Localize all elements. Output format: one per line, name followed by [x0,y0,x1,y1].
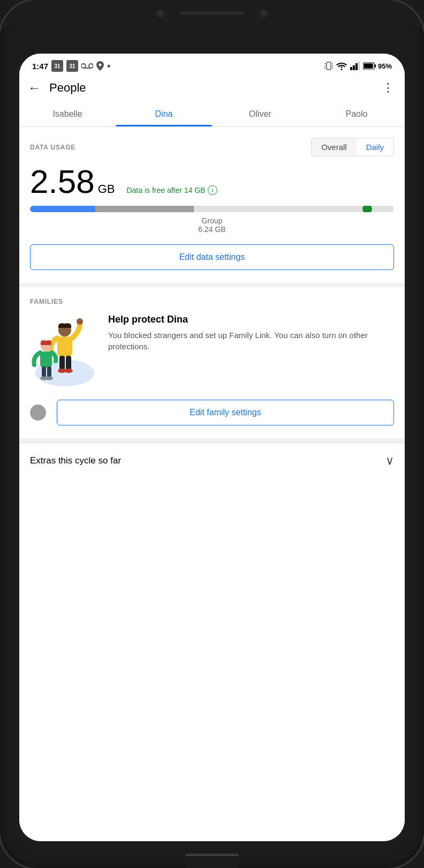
svg-rect-17 [364,64,373,69]
progress-bar [30,206,394,212]
data-usage-label: DATA USAGE [30,144,75,151]
extras-title: Extras this cycle so far [30,455,121,466]
progress-dot-indicator [362,206,372,212]
families-label: FAMILIES [30,298,394,305]
carousel-dot [30,405,46,421]
svg-rect-14 [358,62,360,70]
svg-rect-12 [353,65,355,70]
status-bar: 1:47 31 31 • [19,54,405,76]
tab-paolo[interactable]: Paolo [308,102,405,126]
tab-oliver[interactable]: Oliver [212,102,308,126]
extras-section[interactable]: Extras this cycle so far ∨ [19,443,405,478]
tab-dina[interactable]: Dina [116,102,212,126]
front-camera [156,10,164,17]
data-usage-section: DATA USAGE Overall Daily 2.58 GB Data is… [19,127,405,283]
page-title: People [49,81,86,95]
progress-bar-personal [30,206,95,212]
phone-bottom [185,841,239,868]
status-left: 1:47 31 31 • [32,60,110,72]
data-number: 2.58 [30,165,95,198]
location-icon [96,61,104,71]
families-section: FAMILIES [19,287,405,438]
wifi-icon [336,62,347,70]
edit-data-settings-button[interactable]: Edit data settings [30,244,394,270]
svg-rect-16 [375,64,376,68]
top-bar-left: ← People [28,80,86,95]
speaker [180,12,244,15]
edit-family-settings-button[interactable]: Edit family settings [57,400,394,425]
group-label-text: Group [30,216,394,225]
data-unit: GB [98,182,115,196]
svg-point-25 [64,369,73,373]
top-bar: ← People ⋮ [19,76,405,102]
svg-point-21 [77,318,83,325]
signal-icon [350,62,360,70]
family-illustration-svg [30,314,100,389]
data-free-note: Data is free after 14 GB i [126,185,217,195]
svg-rect-11 [350,67,352,70]
toggle-daily-button[interactable]: Daily [357,138,393,156]
chevron-down-icon: ∨ [385,454,394,468]
voicemail-icon [81,62,93,70]
calendar-icon-1: 31 [51,60,63,72]
svg-rect-23 [66,356,71,371]
families-title: Help protect Dina [108,314,394,325]
svg-point-1 [89,64,93,68]
svg-rect-22 [59,356,65,371]
svg-point-31 [46,377,53,380]
dot-indicator-status: • [107,61,110,72]
main-content: DATA USAGE Overall Daily 2.58 GB Data is… [19,127,405,841]
sensor [260,10,268,17]
svg-point-0 [81,64,86,68]
phone-screen: 1:47 31 31 • [19,54,405,841]
usage-toggle: Overall Daily [311,138,394,156]
time-display: 1:47 [32,62,48,71]
families-description: You blocked strangers and set up Family … [108,330,394,352]
families-content: Help protect Dina You blocked strangers … [30,314,394,389]
section-divider-2 [19,438,405,443]
group-amount: 6.24 GB [30,225,394,234]
toggle-overall-button[interactable]: Overall [312,138,357,156]
families-illustration [30,314,100,389]
phone-frame: 1:47 31 31 • [0,0,424,868]
home-indicator [185,854,239,856]
data-usage-header: DATA USAGE Overall Daily [30,138,394,156]
tab-isabelle[interactable]: Isabelle [19,102,116,126]
info-icon[interactable]: i [208,185,217,195]
battery-percent: 95% [378,62,392,70]
data-amount-row: 2.58 GB Data is free after 14 GB i [30,165,394,198]
group-label-container: Group 6.24 GB [30,216,394,234]
tabs-container: Isabelle Dina Oliver Paolo [19,102,405,127]
more-options-button[interactable]: ⋮ [382,81,394,95]
svg-rect-3 [327,62,331,70]
phone-top-bar [0,0,424,27]
back-button[interactable]: ← [28,80,41,95]
progress-bar-group [95,206,194,212]
battery-icon: 95% [363,62,392,70]
families-actions: Edit family settings [30,400,394,425]
svg-rect-27 [40,351,52,368]
calendar-icon-2: 31 [66,60,78,72]
vibrate-icon [324,61,333,71]
svg-rect-13 [355,63,358,70]
status-right: 95% [324,61,392,71]
svg-point-10 [340,69,342,70]
families-text: Help protect Dina You blocked strangers … [108,314,394,352]
section-divider [19,283,405,287]
